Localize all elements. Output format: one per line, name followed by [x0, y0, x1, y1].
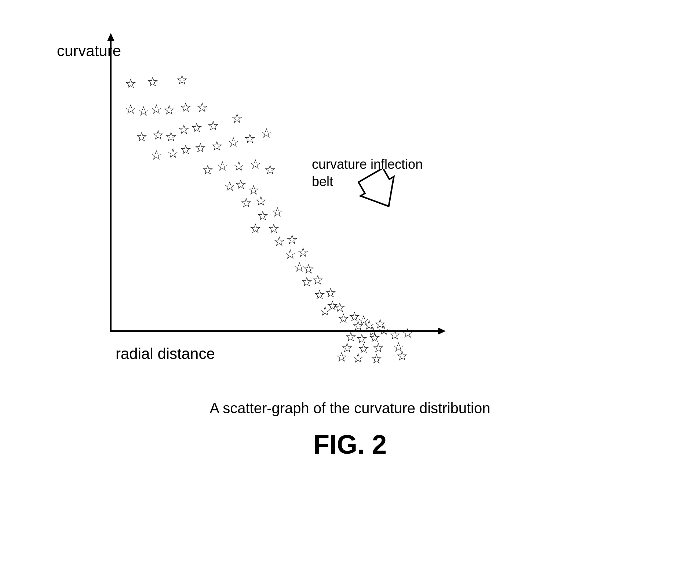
- page: curvature radial distance curvature infl…: [0, 0, 700, 588]
- data-point: ☆: [336, 351, 347, 364]
- data-point: ☆: [125, 103, 136, 116]
- data-point: ☆: [138, 105, 149, 118]
- annotation-arrow: [358, 169, 409, 228]
- data-point: ☆: [147, 75, 158, 88]
- data-point: ☆: [268, 222, 280, 235]
- y-axis: [110, 37, 112, 330]
- data-point: ☆: [231, 112, 243, 125]
- x-axis-label: radial distance: [116, 345, 215, 363]
- data-point: ☆: [227, 136, 239, 149]
- data-point: ☆: [240, 196, 252, 210]
- data-point: ☆: [211, 139, 223, 153]
- data-point: ☆: [319, 305, 331, 318]
- data-point: ☆: [338, 312, 349, 325]
- y-axis-label: curvature: [57, 42, 121, 60]
- data-point: ☆: [152, 128, 164, 142]
- data-point: ☆: [178, 123, 190, 136]
- data-point: ☆: [257, 209, 269, 222]
- data-point: ☆: [314, 288, 325, 301]
- data-point: ☆: [244, 132, 256, 145]
- data-point: ☆: [301, 275, 313, 288]
- data-point: ☆: [165, 130, 177, 144]
- data-point: ☆: [167, 147, 179, 160]
- data-point: ☆: [396, 349, 408, 363]
- data-point: ☆: [136, 130, 147, 144]
- data-point: ☆: [273, 235, 285, 248]
- data-point: ☆: [233, 160, 245, 173]
- data-point: ☆: [255, 195, 267, 208]
- data-point: ☆: [150, 149, 162, 162]
- data-point: ☆: [216, 160, 228, 173]
- data-point: ☆: [312, 273, 324, 287]
- data-point: ☆: [284, 248, 296, 261]
- data-point: ☆: [194, 141, 206, 155]
- figure-label: FIG. 2: [0, 429, 700, 460]
- data-point: ☆: [402, 327, 413, 340]
- data-point: ☆: [371, 352, 382, 366]
- data-point: ☆: [224, 180, 236, 193]
- data-point: ☆: [180, 101, 192, 114]
- x-axis-arrow: [438, 327, 446, 335]
- data-point: ☆: [260, 127, 272, 140]
- y-axis-arrow: [107, 33, 114, 41]
- data-point: ☆: [207, 119, 219, 133]
- data-point: ☆: [249, 222, 261, 235]
- data-point: ☆: [202, 163, 214, 177]
- chart-caption: A scatter-graph of the curvature distrib…: [0, 400, 700, 417]
- data-point: ☆: [286, 233, 298, 246]
- data-point: ☆: [235, 178, 247, 191]
- data-point: ☆: [297, 246, 309, 259]
- data-point: ☆: [150, 103, 162, 116]
- data-point: ☆: [196, 101, 208, 114]
- data-point: ☆: [352, 352, 364, 365]
- data-point: ☆: [125, 77, 136, 90]
- data-point: ☆: [325, 286, 336, 300]
- data-point: ☆: [271, 206, 283, 219]
- data-point: ☆: [249, 158, 261, 171]
- chart-area: curvature radial distance curvature infl…: [44, 22, 448, 352]
- data-point: ☆: [191, 121, 203, 134]
- data-point: ☆: [180, 143, 192, 156]
- svg-marker-1: [358, 169, 405, 216]
- data-point: ☆: [264, 163, 276, 177]
- data-point: ☆: [176, 73, 188, 87]
- data-point: ☆: [163, 104, 175, 117]
